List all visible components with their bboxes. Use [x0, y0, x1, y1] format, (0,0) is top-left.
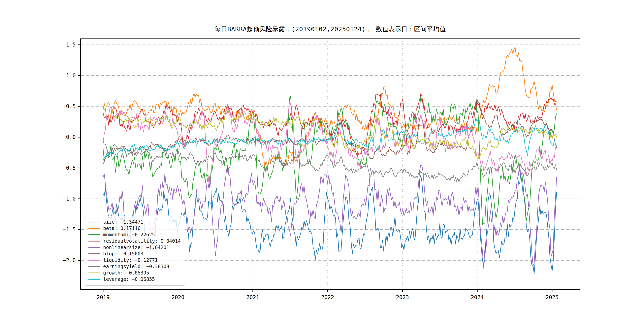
chart-legend: size: −1.34471beta: 0.17116momentum: −0.… [85, 216, 185, 286]
legend-label-leverage: leverage: −0.06855 [103, 276, 155, 282]
legend-item-earningsyield: earningsyield: −0.38308 [88, 263, 181, 270]
y-tick-label: −0.5 [63, 165, 76, 171]
legend-label-size: size: −1.34471 [103, 219, 143, 225]
y-tick-label: −2.0 [63, 257, 76, 263]
legend-item-btop: btop: −0.15003 [88, 251, 181, 257]
x-tick-label: 2019 [96, 294, 110, 300]
legend-item-leverage: leverage: −0.06855 [88, 276, 181, 282]
y-tick-label: 1.0 [66, 72, 76, 78]
legend-label-growth: growth: −0.05395 [103, 270, 149, 276]
y-tick-label: −1.0 [63, 196, 76, 202]
legend-swatch-beta [88, 228, 100, 229]
legend-swatch-residualvolatility [88, 241, 100, 242]
x-tick-label: 2021 [246, 294, 259, 300]
x-tick-label: 2022 [321, 294, 334, 300]
legend-swatch-growth [88, 272, 100, 273]
legend-item-residualvolatility: residualvolatility: 0.04014 [88, 238, 181, 244]
series-line-beta [103, 47, 557, 167]
x-tick-label: 2024 [471, 294, 484, 300]
x-tick-label: 2023 [396, 294, 409, 300]
legend-item-beta: beta: 0.17116 [88, 225, 181, 232]
y-tick-label: 0.5 [66, 103, 76, 109]
x-tick-label: 2020 [172, 294, 184, 300]
legend-swatch-leverage [88, 279, 100, 280]
legend-swatch-nonlinearsize [88, 247, 100, 248]
legend-swatch-btop [88, 254, 100, 254]
legend-label-btop: btop: −0.15003 [103, 251, 143, 256]
y-tick-label: 1.5 [66, 42, 76, 48]
legend-label-momentum: momentum: −0.22625 [103, 232, 155, 238]
legend-label-beta: beta: 0.17116 [103, 226, 140, 231]
figure: 每日BARRA超额风险暴露，(20190102,20250124)， 数值表示日… [0, 0, 644, 322]
legend-item-size: size: −1.34471 [88, 219, 181, 225]
legend-label-nonlinearsize: nonlinearsize: −1.04201 [103, 245, 169, 250]
legend-item-growth: growth: −0.05395 [88, 270, 181, 276]
x-tick-label: 2025 [546, 294, 558, 300]
legend-swatch-liquidity [88, 260, 100, 260]
y-tick-label: 0.0 [66, 134, 76, 140]
y-tick-label: −1.5 [63, 226, 76, 232]
legend-swatch-earningsyield [88, 266, 100, 267]
legend-swatch-size [88, 222, 100, 222]
series-line-btop [103, 99, 557, 164]
legend-item-nonlinearsize: nonlinearsize: −1.04201 [88, 244, 181, 251]
legend-item-momentum: momentum: −0.22625 [88, 232, 181, 238]
legend-swatch-momentum [88, 234, 100, 235]
legend-item-liquidity: liquidity: −0.12771 [88, 257, 181, 263]
legend-label-liquidity: liquidity: −0.12771 [103, 258, 158, 263]
series-line-momentum [103, 96, 557, 224]
legend-label-residualvolatility: residualvolatility: 0.04014 [103, 238, 181, 244]
legend-label-earningsyield: earningsyield: −0.38308 [103, 264, 169, 269]
